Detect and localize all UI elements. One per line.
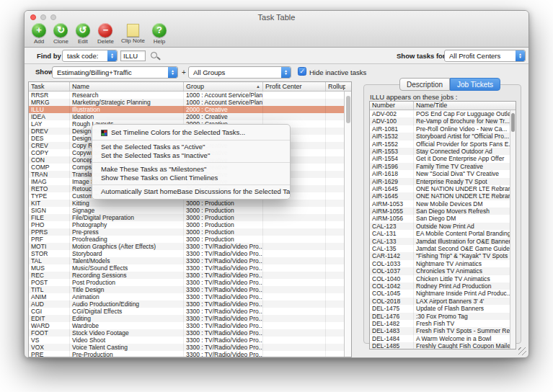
help-button[interactable]: ? Help [149, 23, 170, 48]
menu-item-show-client-timelines[interactable]: Show These Tasks on Client Timelines [92, 174, 290, 182]
show-tasks-for-select[interactable]: All Profit Centers ▲▼ [444, 50, 526, 62]
table-row[interactable]: SIGN Signage 3000 : Production [29, 207, 351, 214]
list-item[interactable]: CAL-133 Jamdat Illustration for O&E Bann… [370, 238, 516, 245]
column-header-number[interactable]: Number [370, 102, 414, 110]
menu-item-set-timeline-colors[interactable]: Set Timeline Colors for the Selected Tas… [92, 128, 290, 138]
list-item[interactable]: AIR-1554 Get it Done Enterprise App Offe… [370, 155, 516, 162]
table-row[interactable]: AUD Audio Production/Editing 3300 : TV/R… [29, 300, 351, 308]
hide-inactive-checkbox[interactable]: ✓ [298, 67, 306, 76]
find-field-select[interactable]: task code: ▲▼ [62, 50, 118, 62]
list-item[interactable]: AIR-1629 Enterprise Ready TV Spot [370, 178, 516, 185]
list-item[interactable]: AIR-1618 New "Social Diva" TV Creative [370, 170, 516, 177]
list-item[interactable]: ADV-002 POS End Cap For Lugguage Outle..… [370, 110, 516, 117]
table-row[interactable]: IDEA Ideation 2000 : Creative [29, 113, 351, 120]
group-select[interactable]: All Groups ▲▼ [188, 66, 291, 79]
table-row[interactable]: FILE File/Digital Preparation 3000 : Pro… [29, 214, 351, 221]
scrollbar-thumb[interactable] [511, 113, 515, 132]
list-item[interactable]: AIR-1532 Storyboard Artist for "Official… [370, 133, 516, 140]
clone-button[interactable]: ↻ Clone [50, 23, 72, 48]
table-row[interactable]: PRF Proofreading 3000 : Production [29, 236, 351, 243]
table-row[interactable]: MRKG Marketing/Strategic Planning 1000 :… [29, 99, 351, 106]
list-item[interactable]: COL-1033 Nightmare TV Animatics [370, 260, 516, 267]
clip-note-button[interactable]: Clip Note [118, 23, 149, 48]
edit-button[interactable]: ↺ Edit [72, 23, 94, 48]
tab-job-tickets[interactable]: Job Tickets [450, 78, 500, 91]
list-item[interactable]: DEL-1482 Fresh Fish TV [370, 320, 516, 327]
list-item[interactable]: DEL-1485 Freshly Caught Fish Coupon Mail… [370, 342, 516, 349]
job-list-header: Number Name/Title [370, 102, 516, 110]
table-row[interactable]: REC Recording Sessions 3300 : TV/Radio/V… [29, 272, 351, 279]
task-type-select[interactable]: Estimating/Billing+Traffic ▲▼ [52, 66, 178, 79]
list-item[interactable]: COL-1040 Chicken Little TV Animatics [370, 275, 516, 282]
delete-button[interactable]: − Delete [94, 23, 118, 48]
column-header-name[interactable]: Name [70, 82, 184, 91]
list-item[interactable]: AIRM-1053 New Mobile Devices DM [370, 200, 516, 208]
list-item[interactable]: CAL-135 Jamdat Second O&E Game Guide [370, 245, 516, 252]
menu-separator [92, 162, 290, 163]
menu-item-make-milestones[interactable]: Make These Tasks as "Milestones" [92, 165, 290, 174]
table-row[interactable]: POST Post Production 3300 : TV/Radio/Vid… [29, 279, 351, 286]
list-item[interactable]: CAR-1142 "Fishing Trip" & "Kayak" TV Spo… [370, 252, 516, 259]
list-item[interactable]: COL-1045 Nightmare Inside Print Ad Produ… [370, 290, 516, 297]
list-item[interactable]: COL-2018 LAX Airport Banners 3' 4' [370, 298, 516, 305]
list-item[interactable]: AIR-1081 Pre-Roll Online Video - New Ca.… [370, 125, 516, 133]
column-header-rollup[interactable]: Rollup [326, 82, 345, 91]
menu-item-start-homebase-discussions[interactable]: Automatically Start homeBase Discussions… [92, 187, 290, 196]
list-item[interactable]: AIR-1645 ONE NATION UNDER LTE Rebran... [370, 192, 516, 200]
list-item[interactable]: DEL-1483 Fresh Fish TV Spots - Summer Re… [370, 327, 516, 334]
add-button[interactable]: + Add [28, 23, 50, 48]
table-row[interactable]: TAL Talent/Models 3300 : TV/Radio/Video … [29, 257, 351, 264]
column-header-group[interactable]: Group ▲ [184, 82, 263, 91]
table-row[interactable]: PPRS Pre-press 3000 : Production [29, 228, 351, 236]
right-panel-tabs: Description Job Tickets [399, 78, 500, 91]
table-row[interactable]: ILLU Illustration 2000 : Creative [29, 106, 351, 113]
column-header-name-title[interactable]: Name/Title [414, 102, 510, 110]
list-item[interactable]: AIR-1596 Family Time TV Creative [370, 163, 516, 170]
list-item[interactable]: CAL-123 Outside Now Print Ad [370, 223, 516, 230]
sort-ascending-icon: ▲ [256, 84, 260, 89]
table-row[interactable]: EDIT Editing 3300 : TV/Radio/Video Pro..… [29, 315, 351, 322]
clip-note-icon [127, 24, 139, 37]
list-item[interactable]: ADV-100 Re-Vamp of Brochure for New Tr..… [370, 117, 516, 125]
table-row[interactable]: MOTI Motion Graphics (After Effects) 330… [29, 243, 351, 250]
table-row[interactable]: STOR Storyboard 3300 : TV/Radio/Video Pr… [29, 250, 351, 257]
list-item[interactable]: AIR-1553 Stay Connected Outdoor Ad [370, 148, 516, 155]
show-tasks-for-label: Show tasks for : [397, 52, 449, 60]
search-icon[interactable] [151, 52, 157, 58]
job-list-scrollbar[interactable] [510, 110, 516, 349]
list-item[interactable]: COL-1037 Chronicles TV Animatics [370, 267, 516, 275]
table-row[interactable]: MUS Music/Sound Effects 3300 : TV/Radio/… [29, 264, 351, 272]
table-row[interactable]: RRSR Research 1000 : Account Service/Pla… [29, 92, 351, 99]
table-row[interactable]: PHO Photography 3000 : Production [29, 221, 351, 228]
list-item[interactable]: COL-1042 Rodney Print Ad Production [370, 282, 516, 290]
table-row[interactable]: WARD Wardrobe 3300 : TV/Radio/Video Pro.… [29, 322, 351, 329]
list-item[interactable]: DEL-1476 :30 Fox Promo Tag [370, 313, 516, 320]
column-header-task[interactable]: Task [29, 82, 70, 91]
table-row[interactable]: CGI CGI/Digital Effects 3300 : TV/Radio/… [29, 308, 351, 315]
table-row[interactable]: VS Video Shoot 3300 : TV/Radio/Video Pro… [29, 337, 351, 344]
list-item[interactable]: DEL-1484 A Warm Welcome in a Bowl [370, 335, 516, 342]
task-table-scrollbar[interactable] [344, 92, 351, 357]
list-item[interactable]: AIR-1645 ONE NATION UNDER LTE Rebran... [370, 185, 516, 192]
table-row[interactable]: VOX Voice Talent Casting 3300 : TV/Radio… [29, 344, 351, 351]
column-header-profit-center[interactable]: Profit Center [263, 82, 326, 91]
menu-item-set-active[interactable]: Set the Selected Tasks as "Active" [92, 143, 290, 151]
resize-grip-icon[interactable] [518, 347, 526, 355]
table-row[interactable]: PRE Pre-Production 3300 : TV/Radio/Video… [29, 351, 351, 357]
tab-description[interactable]: Description [399, 78, 450, 91]
stepper-icon: ▲▼ [107, 50, 117, 61]
menu-item-set-inactive[interactable]: Set the Selected Tasks as "Inactive" [92, 151, 290, 160]
list-item[interactable]: CAL-131 EA Mobile Content Portal Brandin… [370, 230, 516, 237]
list-item[interactable]: AIR-1552 Official Provider for Sports Fa… [370, 141, 516, 148]
list-item[interactable]: AIRM-1055 San Diego Movers Refresh [370, 208, 516, 215]
table-row[interactable]: TITL Title Design 3300 : TV/Radio/Video … [29, 286, 351, 293]
scrollbar-thumb[interactable] [346, 96, 350, 123]
table-row[interactable]: ANIM Animation 3300 : TV/Radio/Video Pro… [29, 293, 351, 300]
list-item[interactable]: DEL-1475 Update of Flash Banners [370, 305, 516, 312]
list-item[interactable]: AIRM-1056 San Diego DM [370, 215, 516, 222]
jobs-caption: ILLU appears on these jobs : [370, 93, 457, 101]
table-row[interactable]: FOOT Stock Video Footage 3300 : TV/Radio… [29, 329, 351, 337]
clone-label: Clone [53, 38, 68, 45]
find-query-input[interactable]: ILLU [120, 50, 146, 61]
table-row[interactable]: KIT Kitting 3000 : Production [29, 200, 351, 207]
